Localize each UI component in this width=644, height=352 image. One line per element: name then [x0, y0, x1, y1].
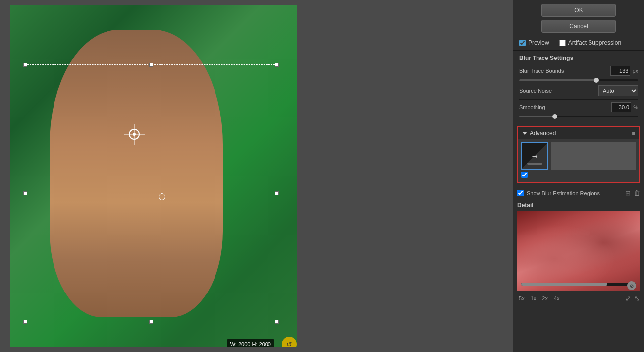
detail-zoom-controls: .5x 1x 2x 4x ⤢ ⤡ — [513, 293, 644, 304]
advanced-section: Advanced ≡ → — [517, 126, 640, 183]
thumbnail-area: → — [521, 142, 636, 179]
delete-estimation-region-icon[interactable]: 🗑 — [634, 189, 640, 197]
smoothing-slider-fill — [519, 116, 555, 117]
advanced-header[interactable]: Advanced ≡ — [518, 127, 639, 139]
advanced-content: → — [518, 139, 639, 182]
blur-trace-bounds-slider-row — [519, 79, 638, 81]
smoothing-row: Smoothing % — [519, 102, 638, 113]
detail-image: ⊘ — [517, 211, 640, 291]
divider-1 — [519, 99, 638, 100]
add-estimation-region-icon[interactable]: ⊞ — [625, 189, 631, 197]
blur-trace-bounds-value: px — [610, 66, 638, 76]
canvas-image: ↺ W: 2000 H: 2000 — [10, 5, 297, 347]
blur-trace-settings-title: Blur Trace Settings — [513, 51, 644, 63]
thumb-checkbox-container — [521, 172, 548, 179]
ok-button[interactable]: OK — [541, 4, 616, 17]
advanced-triangle-icon — [522, 132, 527, 135]
right-panel: OK Cancel Preview Artifact Suppression B… — [513, 0, 644, 352]
detail-title: Detail — [517, 202, 640, 209]
artifact-suppression-checkbox-item: Artifact Suppression — [559, 39, 621, 46]
source-noise-select[interactable]: Auto Low Medium High — [598, 85, 638, 96]
canvas-area: ↺ W: 2000 H: 2000 — [0, 0, 513, 352]
advanced-label: Advanced — [530, 130, 556, 137]
estimation-row: Show Blur Estimation Regions ⊞ 🗑 — [513, 186, 644, 200]
smoothing-slider-track[interactable] — [519, 116, 638, 117]
thumb-inner: → — [522, 143, 547, 169]
detail-slider-end: ⊘ — [627, 281, 636, 290]
preview-checkbox[interactable] — [519, 40, 526, 46]
pivot-small — [159, 193, 165, 200]
detail-section: Detail ⊘ — [513, 200, 644, 293]
expand-icon[interactable]: ⤢ — [625, 294, 631, 302]
cancel-button[interactable]: Cancel — [541, 20, 616, 33]
zoom-0-5x[interactable]: .5x — [517, 295, 525, 301]
show-blur-estimation-checkbox[interactable] — [517, 190, 524, 196]
blur-thumbnail[interactable]: → — [521, 142, 548, 170]
smoothing-value-group: % — [611, 102, 638, 112]
preview-checkbox-item: Preview — [519, 39, 549, 46]
thumb-checkbox[interactable] — [521, 172, 528, 178]
zoom-icon-group: ⤢ ⤡ — [625, 294, 640, 302]
blur-trace-bounds-unit: px — [632, 68, 638, 74]
blur-trace-bounds-row: Blur Trace Bounds px — [519, 65, 638, 76]
zoom-1x[interactable]: 1x — [531, 295, 537, 301]
smoothing-input[interactable] — [611, 102, 631, 112]
detail-image-content — [517, 211, 640, 291]
artifact-suppression-label: Artifact Suppression — [568, 39, 621, 46]
smoothing-unit: % — [633, 104, 638, 110]
artifact-suppression-checkbox[interactable] — [559, 40, 566, 46]
thumbnail-side-area — [551, 142, 636, 170]
source-noise-row: Source Noise Auto Low Medium High — [519, 85, 638, 96]
estimation-icons: ⊞ 🗑 — [625, 189, 640, 197]
blur-trace-bounds-input[interactable] — [610, 66, 630, 76]
blur-trace-bounds-slider-thumb[interactable] — [594, 78, 599, 83]
canvas-image-container: ↺ W: 2000 H: 2000 — [10, 5, 297, 347]
center-pivot[interactable] — [129, 129, 140, 140]
panel-checkboxes: Preview Artifact Suppression — [513, 37, 644, 51]
panel-buttons: OK Cancel — [513, 0, 644, 37]
blur-trace-bounds-slider-fill — [519, 79, 596, 81]
pivot-line-vertical — [134, 124, 135, 145]
advanced-menu-icon[interactable]: ≡ — [632, 130, 635, 136]
zoom-4x[interactable]: 4x — [554, 295, 560, 301]
blur-trace-bounds-slider-track[interactable] — [519, 79, 638, 81]
settings-section: Blur Trace Bounds px Source Noise Auto L… — [513, 63, 644, 123]
source-noise-label: Source Noise — [519, 88, 598, 94]
zoom-2x[interactable]: 2x — [542, 295, 548, 301]
advanced-header-left: Advanced — [522, 130, 556, 137]
detail-slider-fill — [521, 283, 607, 286]
smoothing-slider-row — [519, 116, 638, 117]
thumb-arrow-icon: → — [531, 151, 539, 161]
smoothing-label: Smoothing — [519, 104, 611, 110]
portrait-face — [50, 30, 223, 317]
detail-slider-bar[interactable]: ⊘ — [521, 283, 636, 286]
thumb-bar — [527, 163, 542, 165]
preview-label: Preview — [528, 39, 549, 46]
show-blur-estimation-label: Show Blur Estimation Regions — [527, 190, 622, 196]
blur-trace-bounds-label: Blur Trace Bounds — [519, 68, 610, 74]
fullscreen-icon[interactable]: ⤡ — [634, 294, 640, 302]
zoom-labels: .5x 1x 2x 4x — [517, 295, 560, 301]
smoothing-slider-thumb[interactable] — [552, 114, 557, 119]
